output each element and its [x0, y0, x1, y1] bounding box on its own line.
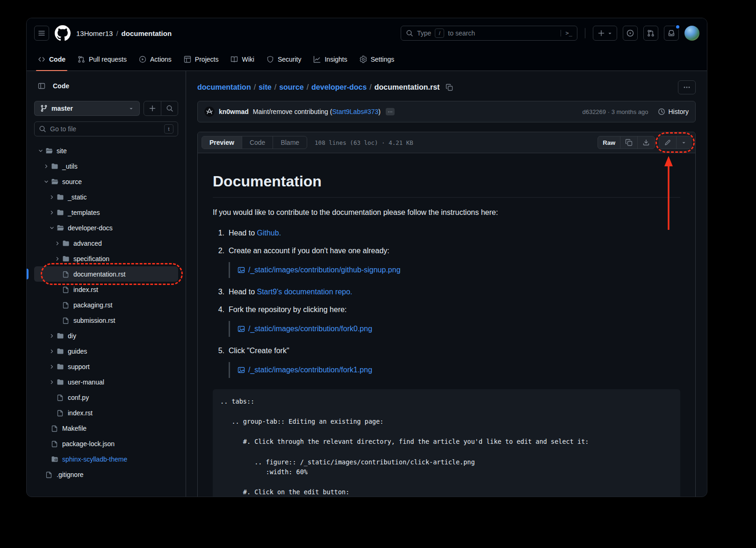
list-marker: 4.: [216, 304, 229, 339]
kebab-icon: [683, 84, 691, 91]
doc-link[interactable]: Start9's documentation repo.: [257, 288, 352, 296]
command-palette-icon[interactable]: >_: [561, 30, 572, 36]
download-icon: [642, 139, 650, 146]
copy-raw-button[interactable]: [620, 136, 637, 149]
folder-icon: [57, 378, 64, 386]
search-tree-button[interactable]: [161, 101, 178, 115]
copy-path-button[interactable]: [443, 81, 455, 93]
chevron-right-icon[interactable]: [49, 194, 55, 200]
add-file-button[interactable]: [144, 101, 161, 115]
view-tab-preview[interactable]: Preview: [202, 136, 242, 149]
tree-item-sphinx-scylladb-theme[interactable]: sphinx-scylladb-theme: [34, 451, 178, 467]
tree-item-_static[interactable]: _static: [34, 189, 178, 205]
document-intro: If you would like to contribute to the d…: [213, 207, 680, 218]
tree-item-guides[interactable]: guides: [34, 343, 178, 359]
nav-tab-settings[interactable]: Settings: [354, 48, 400, 71]
chevron-right-icon[interactable]: [49, 333, 55, 339]
nav-tab-projects[interactable]: Projects: [178, 48, 224, 71]
edit-dropdown-button[interactable]: [676, 136, 691, 149]
tree-item-diy[interactable]: diy: [34, 328, 178, 343]
tree-item-developer-docs[interactable]: developer-docs: [34, 220, 178, 235]
repo-owner-link[interactable]: 13Homer13: [76, 29, 113, 37]
nav-tab-label: Wiki: [242, 56, 254, 63]
file-icon: [51, 440, 58, 448]
breadcrumb-link[interactable]: developer-docs: [311, 83, 367, 92]
chevron-right-icon[interactable]: [49, 210, 55, 215]
tree-item-advanced[interactable]: advanced: [34, 235, 178, 251]
chevron-down-icon[interactable]: [38, 148, 43, 154]
tree-item-Makefile[interactable]: Makefile: [34, 420, 178, 436]
chevron-right-icon[interactable]: [49, 379, 55, 385]
tree-item-documentation.rst[interactable]: documentation.rst: [34, 266, 178, 282]
chevron-right-icon[interactable]: [43, 164, 49, 169]
expand-commit-message-button[interactable]: [386, 108, 395, 115]
tree-item-index.rst[interactable]: index.rst: [34, 282, 178, 297]
chevron-down-icon[interactable]: [43, 179, 49, 185]
doc-link[interactable]: Github.: [257, 229, 281, 237]
tree-item-conf.py[interactable]: conf.py: [34, 390, 178, 405]
go-to-file-input[interactable]: Go to file t: [34, 121, 178, 136]
breadcrumb-link[interactable]: source: [279, 83, 303, 92]
tree-item-source[interactable]: source: [34, 174, 178, 189]
view-tab-code[interactable]: Code: [242, 136, 273, 149]
github-logo-icon[interactable]: [55, 25, 71, 41]
chevron-right-icon[interactable]: [49, 349, 55, 354]
raw-button[interactable]: Raw: [598, 136, 620, 149]
nav-tab-pull-requests[interactable]: Pull requests: [72, 48, 132, 71]
download-raw-button[interactable]: [637, 136, 655, 149]
image-alt-link[interactable]: /_static/images/contribution/fork0.png: [248, 323, 372, 334]
nav-tab-insights[interactable]: Insights: [308, 48, 353, 71]
tree-item-label: guides: [68, 348, 87, 355]
nav-tab-code[interactable]: Code: [32, 48, 71, 71]
list-item-body: Create an account if you don't have one …: [229, 245, 680, 280]
commit-message-link[interactable]: Start9Labs#373: [332, 108, 378, 115]
pull-requests-button[interactable]: [643, 26, 658, 41]
plus-icon: [598, 29, 605, 37]
tree-item-label: documentation.rst: [73, 270, 125, 278]
tree-item-.gitignore[interactable]: .gitignore: [34, 467, 178, 482]
collapse-sidebar-button[interactable]: [34, 78, 49, 93]
hamburger-menu-button[interactable]: [34, 26, 49, 41]
breadcrumb-link[interactable]: documentation: [197, 83, 251, 92]
tree-item-support[interactable]: support: [34, 359, 178, 374]
nav-tab-security[interactable]: Security: [261, 48, 307, 71]
chevron-right-icon[interactable]: [55, 241, 60, 246]
image-blockquote: /_static/images/contribution/fork1.png: [229, 362, 680, 378]
nav-tab-wiki[interactable]: Wiki: [225, 48, 259, 71]
commit-author[interactable]: kn0wmad: [219, 108, 249, 115]
commit-sha-link[interactable]: d632269: [582, 108, 606, 115]
inbox-button[interactable]: [664, 26, 679, 41]
branch-selector[interactable]: master: [34, 101, 140, 116]
chevron-right-icon[interactable]: [55, 256, 60, 262]
tree-item-packaging.rst[interactable]: packaging.rst: [34, 297, 178, 313]
issues-button[interactable]: [623, 26, 638, 41]
tree-item-_utils[interactable]: _utils: [34, 158, 178, 174]
create-new-button[interactable]: [593, 26, 617, 41]
tree-item-specification[interactable]: specification: [34, 251, 178, 266]
tree-item-site[interactable]: site: [34, 143, 178, 158]
tree-item-_templates[interactable]: _templates: [34, 205, 178, 220]
raw-actions-group: Raw: [598, 136, 655, 149]
history-button[interactable]: History: [658, 108, 689, 115]
user-avatar[interactable]: [684, 26, 699, 41]
broken-image-icon: [238, 325, 245, 333]
tree-item-submission.rst[interactable]: submission.rst: [34, 313, 178, 328]
chevron-down-icon[interactable]: [49, 225, 55, 231]
folder-icon: [57, 193, 64, 201]
list-text: Head to: [229, 288, 257, 296]
view-tab-blame[interactable]: Blame: [273, 136, 307, 149]
tree-item-user-manual[interactable]: user-manual: [34, 374, 178, 390]
tree-item-index.rst[interactable]: index.rst: [34, 405, 178, 420]
breadcrumb-link[interactable]: site: [259, 83, 272, 92]
more-options-button[interactable]: [678, 80, 696, 94]
commit-author-avatar[interactable]: [204, 107, 215, 117]
chevron-right-icon[interactable]: [49, 364, 55, 370]
edit-file-button[interactable]: [659, 136, 676, 149]
image-alt-link[interactable]: /_static/images/contribution/github-sign…: [248, 264, 401, 276]
go-to-file-placeholder: Go to file: [50, 125, 76, 133]
nav-tab-actions[interactable]: Actions: [133, 48, 177, 71]
tree-item-package-lock.json[interactable]: package-lock.json: [34, 436, 178, 451]
repo-name-link[interactable]: documentation: [122, 29, 172, 37]
image-alt-link[interactable]: /_static/images/contribution/fork1.png: [248, 364, 372, 376]
global-search-input[interactable]: Type / to search >_: [401, 26, 577, 41]
